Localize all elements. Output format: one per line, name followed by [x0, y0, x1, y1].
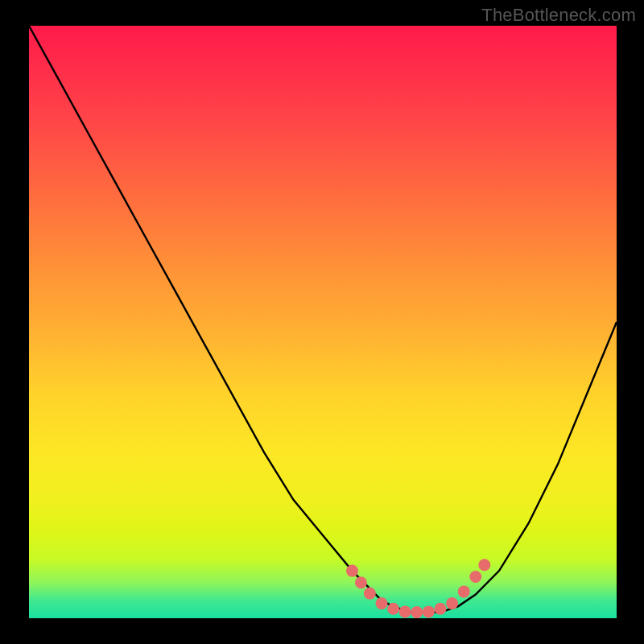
curve-marker [387, 603, 399, 615]
curve-marker [458, 585, 470, 597]
curve-marker [376, 597, 388, 609]
curve-marker [478, 559, 490, 571]
curve-marker [399, 605, 411, 617]
curve-marker [469, 571, 481, 583]
curve-marker [446, 597, 458, 609]
curve-marker [423, 605, 435, 617]
curve-markers-group [346, 559, 490, 618]
curve-marker [364, 588, 376, 600]
chart-plot-area [29, 26, 617, 618]
curve-marker [411, 606, 423, 618]
curve-marker [355, 576, 367, 588]
curve-marker [435, 603, 447, 615]
bottleneck-curve-line [29, 26, 617, 613]
chart-svg [29, 26, 617, 618]
curve-marker [346, 565, 358, 577]
watermark-text: TheBottleneck.com [481, 5, 636, 26]
